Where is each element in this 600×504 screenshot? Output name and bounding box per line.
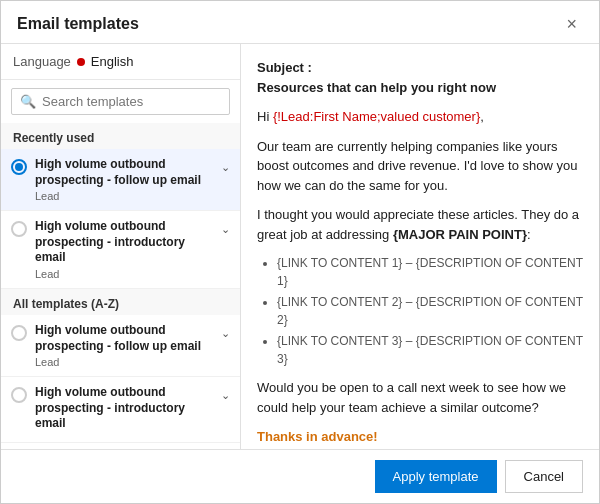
radio-button[interactable]	[11, 387, 27, 403]
right-panel: Subject : Resources that can help you ri…	[241, 44, 599, 449]
chevron-down-icon: ⌄	[221, 389, 230, 402]
template-info: High volume outbound prospecting - intro…	[35, 219, 213, 280]
body-para-3: Would you be open to a call next week to…	[257, 378, 583, 417]
language-label: Language	[13, 54, 71, 69]
thanks-text: Thanks in advance!	[257, 427, 583, 447]
template-item[interactable]: High volume outbound prospecting - intro…	[1, 211, 240, 289]
search-input[interactable]	[42, 94, 221, 109]
search-box[interactable]: 🔍	[11, 88, 230, 115]
radio-button[interactable]	[11, 159, 27, 175]
radio-inner	[15, 163, 23, 171]
greeting: Hi {!Lead:First Name;valued customer},	[257, 107, 583, 127]
chevron-down-icon: ⌄	[221, 223, 230, 236]
radio-button[interactable]	[11, 221, 27, 237]
body-para-2: I thought you would appreciate these art…	[257, 205, 583, 244]
list-item: {LINK TO CONTENT 3} – {DESCRIPTION OF CO…	[277, 332, 583, 368]
list-item: {LINK TO CONTENT 1} – {DESCRIPTION OF CO…	[277, 254, 583, 290]
template-tag: Lead	[35, 190, 213, 202]
template-tag: Lead	[35, 268, 213, 280]
language-row: Language English	[1, 44, 240, 80]
template-info: High volume outbound prospecting - follo…	[35, 157, 213, 202]
search-icon: 🔍	[20, 94, 36, 109]
template-name: High volume outbound prospecting - follo…	[35, 157, 213, 188]
dialog-header: Email templates ×	[1, 1, 599, 44]
merge-field-lead-name: {!Lead:First Name;valued customer}	[273, 109, 480, 124]
dialog-footer: Apply template Cancel	[1, 449, 599, 503]
section-recently-used: Recently used	[1, 123, 240, 149]
template-name: High volume outbound prospecting - follo…	[35, 323, 213, 354]
language-value: English	[91, 54, 134, 69]
template-tag: Lead	[35, 356, 213, 368]
subject-value: Resources that can help you right now	[257, 80, 496, 95]
body-para-1: Our team are currently helping companies…	[257, 137, 583, 196]
template-name: High volume outbound prospecting - intro…	[35, 219, 213, 266]
template-item[interactable]: High volume outbound prospecting - follo…	[1, 149, 240, 211]
chevron-down-icon: ⌄	[221, 161, 230, 174]
template-item[interactable]: High volume outbound prospecting - intro…	[1, 377, 240, 443]
apply-template-button[interactable]: Apply template	[375, 460, 497, 493]
template-info: High volume outbound prospecting - follo…	[35, 323, 213, 368]
template-name: High volume outbound prospecting - intro…	[35, 385, 213, 432]
template-info: High volume outbound prospecting - intro…	[35, 385, 213, 434]
section-all-templates: All templates (A-Z)	[1, 289, 240, 315]
content-list: {LINK TO CONTENT 1} – {DESCRIPTION OF CO…	[277, 254, 583, 368]
language-indicator	[77, 58, 85, 66]
left-panel: Language English 🔍 Recently used High vo…	[1, 44, 241, 449]
dialog-body: Language English 🔍 Recently used High vo…	[1, 44, 599, 449]
email-templates-dialog: Email templates × Language English 🔍 Rec…	[0, 0, 600, 504]
radio-button[interactable]	[11, 325, 27, 341]
dialog-title: Email templates	[17, 15, 139, 33]
pain-point: {MAJOR PAIN POINT}	[393, 227, 527, 242]
template-item[interactable]: High volume outbound prospecting - follo…	[1, 315, 240, 377]
chevron-down-icon: ⌄	[221, 327, 230, 340]
templates-list: Recently used High volume outbound prosp…	[1, 123, 240, 449]
cancel-button[interactable]: Cancel	[505, 460, 583, 493]
close-button[interactable]: ×	[560, 13, 583, 35]
subject-label: Subject :	[257, 60, 312, 75]
list-item: {LINK TO CONTENT 2} – {DESCRIPTION OF CO…	[277, 293, 583, 329]
subject-row: Subject : Resources that can help you ri…	[257, 58, 583, 97]
